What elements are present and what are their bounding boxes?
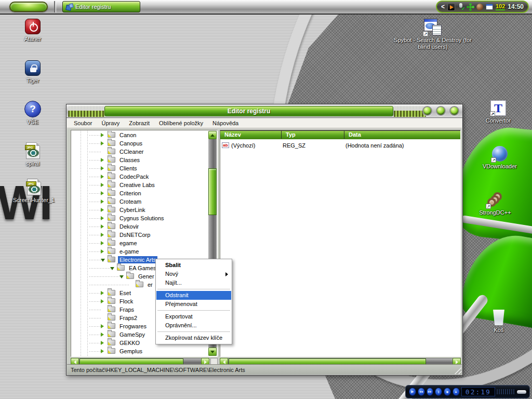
expand-arrow-icon[interactable] xyxy=(101,341,104,345)
context-menu-item[interactable]: Odstranit xyxy=(156,291,231,300)
tray-clover-icon[interactable] xyxy=(467,3,474,10)
context-menu-item[interactable]: Zkopírovat název klíče xyxy=(156,334,231,342)
menu-oblibene[interactable]: Oblíbené položky xyxy=(154,120,208,126)
context-menu-item[interactable]: Exportovat xyxy=(156,312,231,321)
expand-arrow-icon[interactable] xyxy=(101,133,104,137)
expand-arrow-icon[interactable] xyxy=(101,158,104,162)
player-eject-button[interactable]: ▴ xyxy=(453,388,460,396)
tree-item[interactable]: egame xyxy=(72,239,217,247)
registry-key-folder-icon xyxy=(108,340,115,345)
expand-arrow-icon[interactable] xyxy=(101,166,104,170)
tree-item[interactable]: Gemplus xyxy=(72,347,217,355)
collapse-arrow-icon[interactable] xyxy=(110,267,114,270)
expand-arrow-icon[interactable] xyxy=(101,183,104,187)
start-button[interactable] xyxy=(9,2,48,12)
desktop-icon-label: Ataner xyxy=(24,36,41,43)
expand-arrow-icon[interactable] xyxy=(101,299,104,303)
tree-item[interactable]: Croteam xyxy=(72,197,217,206)
collapse-arrow-icon[interactable] xyxy=(119,275,124,278)
tree-item[interactable]: e-game xyxy=(72,247,217,256)
desktop-icon-convertor[interactable]: T↗ Convertor xyxy=(478,100,518,124)
tree-item[interactable]: Dekovir xyxy=(72,222,217,231)
desktop-icon-strongdc[interactable]: ↗ StrongDC++ xyxy=(475,192,515,216)
expand-arrow-icon[interactable] xyxy=(101,233,104,237)
title-bar[interactable]: Editor registru xyxy=(66,104,462,118)
close-button[interactable] xyxy=(449,106,459,116)
tree-item[interactable]: Classes xyxy=(72,156,217,164)
tree-item[interactable]: CyberLink xyxy=(72,206,217,214)
expand-arrow-icon[interactable] xyxy=(101,141,104,145)
expand-arrow-icon[interactable] xyxy=(101,216,104,220)
scrollbar-thumb[interactable] xyxy=(208,168,217,215)
column-header-typ[interactable]: Typ xyxy=(282,131,344,139)
menu-soubor[interactable]: Soubor xyxy=(69,120,97,126)
tree-item[interactable]: CodecPack xyxy=(72,172,217,181)
expand-arrow-icon[interactable] xyxy=(101,208,104,212)
tree-item[interactable]: Criterion xyxy=(72,189,217,197)
expand-arrow-icon[interactable] xyxy=(101,291,104,295)
taskbar-task-button[interactable]: Editor registru xyxy=(62,1,140,12)
tree-item[interactable]: DsNETCorp xyxy=(72,231,217,239)
player-stop-button[interactable]: ■ xyxy=(444,388,451,396)
desktop-icon-label: Tiger xyxy=(26,77,39,84)
registry-key-folder-icon xyxy=(108,331,115,337)
desktop-icon-vse[interactable]: ? VŠE xyxy=(13,101,52,126)
tree-item[interactable]: Cygnus Solutions xyxy=(72,214,217,222)
expand-arrow-icon[interactable] xyxy=(101,175,104,179)
registry-value-row[interactable]: ab (Výchozí) REG_SZ (Hodnota není zadána… xyxy=(220,141,460,150)
tree-item-label: Croteam xyxy=(118,198,143,205)
collapse-arrow-icon[interactable] xyxy=(101,259,105,262)
tray-collapse-chevron-icon[interactable]: < xyxy=(441,3,445,10)
desktop-icon-tiger[interactable]: Tiger xyxy=(13,60,52,84)
desktop-icon-spybot[interactable]: ↗ Spybot - Search & Destroy (for blind u… xyxy=(394,19,472,50)
minimize-button[interactable] xyxy=(422,106,432,116)
player-volume-handle[interactable] xyxy=(517,390,526,394)
tray-monitor-icon[interactable] xyxy=(486,4,493,10)
expand-arrow-icon[interactable] xyxy=(101,349,104,353)
menu-napoveda[interactable]: Nápověda xyxy=(208,120,243,126)
tree-item[interactable]: Canopus xyxy=(72,139,217,148)
desktop-icon-ataner[interactable]: Ataner xyxy=(13,19,52,43)
tree-item[interactable]: Canon xyxy=(72,131,217,139)
tree-item-label: Clients xyxy=(118,165,139,172)
player-pause-button[interactable]: ‖ xyxy=(435,388,442,396)
tray-counter[interactable]: 102 xyxy=(496,4,505,10)
scroll-down-button[interactable] xyxy=(208,348,217,356)
tray-audio-check-icon[interactable] xyxy=(458,3,464,10)
tray-sphere-icon[interactable] xyxy=(476,4,483,10)
menu-zobrazit[interactable]: Zobrazit xyxy=(124,120,154,126)
desktop-icon-label: VŠE xyxy=(27,119,38,126)
context-menu-item[interactable]: Nový xyxy=(156,270,231,278)
scroll-up-button[interactable] xyxy=(208,131,217,139)
desktop-icon-spiral[interactable]: JPG spiral xyxy=(13,142,52,167)
tree-item[interactable]: CCleaner xyxy=(72,148,217,156)
expand-arrow-icon[interactable] xyxy=(101,241,104,245)
desktop-icon-screenhunter[interactable]: JPG ScreenHunter_1 xyxy=(14,179,54,204)
desktop-icon-vdownloader[interactable]: ↗ VDownloader xyxy=(480,146,520,170)
expand-arrow-icon[interactable] xyxy=(101,249,104,254)
tree-item-label: CodecPack xyxy=(118,173,150,180)
menu-upravy[interactable]: Úpravy xyxy=(97,120,124,126)
tree-item[interactable]: Clients xyxy=(72,164,217,172)
registry-key-folder-icon xyxy=(108,207,115,212)
registry-key-folder-icon xyxy=(108,248,115,254)
context-menu-item[interactable]: Sbalit xyxy=(156,261,231,270)
player-rewind-button[interactable]: ◂◂ xyxy=(418,388,425,396)
expand-arrow-icon[interactable] xyxy=(101,324,104,328)
context-menu-item[interactable]: Přejmenovat xyxy=(156,300,231,309)
expand-arrow-icon[interactable] xyxy=(101,332,104,337)
expand-arrow-icon[interactable] xyxy=(101,224,104,229)
desktop-icon-recycle-bin[interactable]: Koš xyxy=(479,310,518,334)
context-menu-item[interactable]: Oprávnění... xyxy=(156,321,231,330)
column-header-data[interactable]: Data xyxy=(344,131,460,139)
context-menu-item[interactable]: Najít... xyxy=(156,278,231,287)
expand-arrow-icon[interactable] xyxy=(101,191,104,195)
tree-item-label: Dekovir xyxy=(118,223,140,230)
expand-arrow-icon[interactable] xyxy=(101,200,104,204)
tray-media-player-icon[interactable] xyxy=(447,3,455,11)
player-forward-button[interactable]: ▸▸ xyxy=(427,388,434,396)
column-header-nazev[interactable]: Název xyxy=(220,131,281,139)
maximize-button[interactable] xyxy=(436,106,446,116)
player-play-button[interactable]: ▶ xyxy=(409,388,416,396)
tree-item[interactable]: Creative Labs xyxy=(72,181,217,189)
